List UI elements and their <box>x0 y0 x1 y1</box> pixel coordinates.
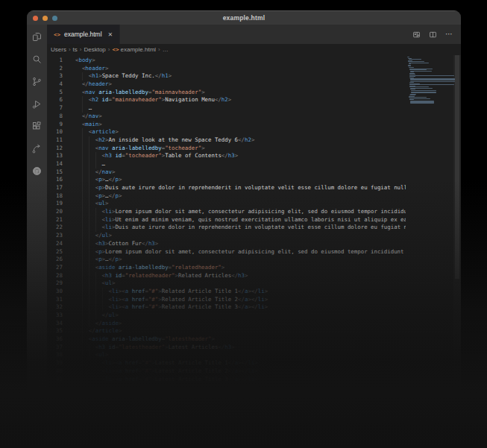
breadcrumb-item[interactable]: ts <box>73 46 78 53</box>
breadcrumb-item[interactable]: Desktop <box>84 46 105 53</box>
sidebar-item-explorer[interactable] <box>31 32 43 45</box>
line-number: 30 <box>47 288 75 296</box>
line-number: 1 <box>47 57 75 65</box>
line-number: 11 <box>47 136 75 145</box>
code-line: <li><a href="#">Latest Article Title 3</… <box>75 376 406 384</box>
breadcrumb-item[interactable]: <>example.html <box>113 46 157 53</box>
line-number: 17 <box>47 184 75 192</box>
code-line: </article> <box>75 327 406 335</box>
chevron-right-icon: › <box>158 46 160 53</box>
line-number: 22 <box>47 224 75 232</box>
line-number: 21 <box>47 216 75 224</box>
sidebar-item-live-share[interactable] <box>31 144 43 157</box>
code-line: <ul> <box>75 351 406 359</box>
code-line: <li>Duis aute irure dolor in reprehender… <box>75 224 406 232</box>
minimap-line <box>410 103 434 104</box>
code-line: <nav aria-labelledby="mainnavheader"> <box>75 89 406 97</box>
more-actions-icon[interactable]: ⋯ <box>445 31 453 38</box>
code-line: <main> <box>75 121 406 129</box>
line-number: 28 <box>47 272 75 280</box>
tab-example-html[interactable]: <> example.html ✕ <box>47 25 120 44</box>
html-file-icon: <> <box>54 31 60 38</box>
chevron-right-icon: › <box>80 46 82 53</box>
minimap-line <box>409 67 415 68</box>
line-number: 24 <box>47 240 75 248</box>
line-number: 36 <box>47 335 75 344</box>
files-icon <box>31 31 43 45</box>
split-editor-icon[interactable] <box>429 31 437 39</box>
tab-label: example.html <box>64 31 102 38</box>
minimap-line <box>409 75 454 76</box>
editor-actions: ⋯ <box>412 25 461 44</box>
scrollbar-thumb[interactable] <box>455 55 459 279</box>
sidebar-item-extensions[interactable] <box>31 122 43 134</box>
open-preview-icon[interactable] <box>412 31 421 39</box>
line-number: 29 <box>47 280 75 288</box>
minimap-line <box>410 81 455 82</box>
code-line: <aside aria-labelledby="latestheader"> <box>75 335 406 344</box>
line-number: 6 <box>47 96 75 104</box>
line-number: 31 <box>47 296 75 304</box>
title-bar: example.html <box>27 10 461 25</box>
line-number: 4 <box>47 81 75 89</box>
code-line: </ul> <box>75 232 406 240</box>
line-number: 18 <box>47 192 75 201</box>
code-line: <li>Ut enim ad minim veniam, quis nostru… <box>75 216 406 224</box>
activity-bar <box>27 25 47 414</box>
code-line: <p>…</p> <box>75 176 406 184</box>
line-number: 19 <box>47 200 75 208</box>
sidebar-item-search[interactable] <box>31 54 43 67</box>
code-line: </nav> <box>75 113 406 121</box>
line-number: 20 <box>47 208 75 216</box>
editor-pane[interactable]: 1234567891011121314151617181920212223242… <box>47 55 461 414</box>
code-line: <h3 id="tocheader">Table of Contents</h3… <box>75 152 406 160</box>
run-debug-icon <box>31 98 43 113</box>
code-line: <h1>Space Teddy Inc.</h1> <box>75 72 406 81</box>
code-line: <nav aria-labelledby="tocheader"> <box>75 145 406 153</box>
line-number: 12 <box>47 145 75 153</box>
code-line: <li><a href="#">Latest Article Title 1</… <box>75 359 406 367</box>
sidebar-item-source-control[interactable] <box>31 77 43 89</box>
line-number: 13 <box>47 152 75 160</box>
line-number: 7 <box>47 104 75 113</box>
minimap[interactable] <box>406 55 453 414</box>
line-number: 38 <box>47 351 75 359</box>
code-line: <li><a href="#">Related Article Title 2<… <box>75 296 406 304</box>
code-line: <h3>Cotton Fur</h3> <box>75 240 406 248</box>
vertical-scrollbar[interactable] <box>453 55 461 414</box>
sidebar-item-run-debug[interactable] <box>31 99 43 112</box>
tab-bar: <> example.html ✕ ⋯ <box>47 25 461 44</box>
sidebar-item-github[interactable] <box>31 166 43 179</box>
breadcrumb-item[interactable]: Users <box>51 46 66 53</box>
minimap-line <box>409 84 454 85</box>
code-line: <p>…</p> <box>75 192 406 201</box>
code-line: <h2 id="mainnavheader">Navigation Menu</… <box>75 96 406 104</box>
code-line: </aside> <box>75 320 406 328</box>
line-number: 39 <box>47 359 75 367</box>
screenshot-stage: example.html <box>0 0 487 448</box>
code-line: <ul> <box>75 280 406 288</box>
line-number: 23 <box>47 232 75 240</box>
line-number: 9 <box>47 121 75 129</box>
code-line: </header> <box>75 81 406 89</box>
code-lines[interactable]: <body> <header> <h1>Space Teddy Inc.</h1… <box>75 55 406 414</box>
extensions-icon <box>31 121 43 135</box>
code-line: <li><a href="#">Latest Article Title 2</… <box>75 367 406 376</box>
minimap-line <box>411 90 436 91</box>
line-number: 26 <box>47 256 75 264</box>
line-number: 34 <box>47 320 75 328</box>
code-line: … <box>75 160 406 168</box>
chevron-right-icon: › <box>108 46 110 53</box>
code-line: </ul> <box>75 312 406 320</box>
code-line: <p>Lorem ipsum dolor sit amet, consectet… <box>75 248 406 256</box>
line-number: 14 <box>47 160 75 168</box>
code-line: <p>Duis aute irure dolor in reprehenderi… <box>75 184 406 192</box>
close-tab-icon[interactable]: ✕ <box>108 31 113 38</box>
line-number: 27 <box>47 264 75 272</box>
minimap-line <box>409 69 427 70</box>
line-number: 15 <box>47 168 75 177</box>
code-line: <aside aria-labelledby="relatedheader"> <box>75 264 406 272</box>
source-control-icon <box>31 76 43 90</box>
code-line: </nav> <box>75 168 406 177</box>
breadcrumb-item[interactable]: … <box>163 46 169 53</box>
